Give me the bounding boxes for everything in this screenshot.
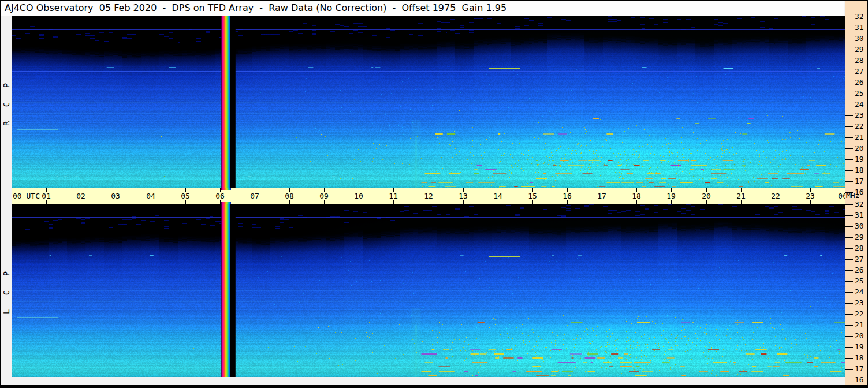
freq-tick-label: 19 <box>855 155 867 163</box>
hour-tick <box>567 200 568 204</box>
freq-tick-label: 20 <box>855 332 867 340</box>
freq-tick <box>845 325 853 326</box>
freq-tick <box>845 115 853 116</box>
freq-tick <box>845 336 853 337</box>
hour-tick <box>116 200 116 204</box>
freq-tick <box>845 28 853 28</box>
freq-tick <box>845 192 853 193</box>
freq-tick <box>845 126 853 127</box>
freq-tick <box>845 347 853 348</box>
freq-tick-label: 29 <box>855 46 867 54</box>
rcp-polarization-label: R C P <box>2 79 11 126</box>
freq-tick-label: 31 <box>855 24 867 32</box>
dps-screenshot: AJ4CO Observatory 05 Feb 2020 - DPS on T… <box>0 0 868 388</box>
freq-tick-label: 32 <box>855 13 867 21</box>
hour-label: 03 <box>107 192 124 200</box>
hour-label: 20 <box>698 192 715 200</box>
freq-tick <box>845 303 853 304</box>
hour-label: 21 <box>732 192 750 200</box>
hour-label: 19 <box>662 192 680 200</box>
freq-tick <box>845 215 853 216</box>
calibration-bleed-bottom <box>221 202 231 204</box>
freq-tick-label: 17 <box>855 365 867 373</box>
hour-tick <box>255 200 255 204</box>
freq-tick-label: 28 <box>855 244 867 252</box>
hour-tick <box>12 200 12 204</box>
freq-tick <box>845 105 853 105</box>
hour-label: 17 <box>593 192 610 200</box>
freq-tick-label: 21 <box>855 133 867 141</box>
freq-tick-label: 23 <box>855 111 867 120</box>
freq-tick-label: 24 <box>855 100 867 109</box>
hour-label: 08 <box>281 192 298 200</box>
freq-tick <box>845 281 853 282</box>
freq-tick-label: 25 <box>855 89 867 98</box>
hour-tick <box>393 200 394 204</box>
hour-label: 10 <box>350 192 367 200</box>
freq-tick <box>845 148 853 149</box>
freq-tick <box>845 204 853 205</box>
hour-label: 01 <box>38 192 55 200</box>
hour-tick <box>359 200 359 204</box>
freq-tick-label: 21 <box>855 321 867 329</box>
freq-tick <box>845 369 853 370</box>
hour-tick <box>46 200 47 204</box>
bottom-border <box>1 385 868 387</box>
lcp-axis: L C P <box>1 204 12 377</box>
freq-tick <box>845 292 853 293</box>
hour-tick <box>776 200 776 204</box>
hour-label: 02 <box>72 192 90 200</box>
rcp-axis: R C P <box>1 16 12 188</box>
hour-label: 05 <box>177 192 194 200</box>
freq-tick <box>845 270 853 271</box>
hour-label: 11 <box>385 192 402 200</box>
freq-tick-label: 32 <box>855 200 867 208</box>
hour-tick <box>185 200 186 204</box>
freq-tick-label: 18 <box>855 354 867 362</box>
freq-tick-label: 22 <box>855 310 867 318</box>
freq-tick <box>845 237 853 238</box>
freq-tick-label: 25 <box>855 277 867 285</box>
hour-label: 07 <box>246 192 263 200</box>
hour-tick <box>324 200 325 204</box>
freq-tick <box>845 39 853 39</box>
freq-tick <box>845 314 853 315</box>
freq-tick-label: 30 <box>855 222 867 230</box>
freq-tick <box>845 94 853 94</box>
hour-tick <box>810 200 811 204</box>
hour-tick <box>289 200 290 204</box>
freq-tick <box>845 226 853 227</box>
hour-tick <box>602 200 602 204</box>
hour-tick <box>429 200 429 204</box>
freq-tick-label: 22 <box>855 122 867 130</box>
hour-label: 09 <box>315 192 333 200</box>
hour-tick <box>636 200 637 204</box>
freq-tick-label: 16 <box>855 188 867 196</box>
freq-tick-label: 26 <box>855 79 867 87</box>
freq-tick-label: 19 <box>855 343 867 351</box>
hour-label: 13 <box>455 192 472 200</box>
hour-label: 16 <box>558 192 576 200</box>
hour-tick <box>463 200 464 204</box>
freq-tick <box>845 137 853 138</box>
hour-tick <box>498 200 498 204</box>
freq-tick-label: 17 <box>855 177 867 185</box>
freq-tick-label: 27 <box>855 68 867 76</box>
freq-tick <box>845 72 853 72</box>
hour-label: 12 <box>420 192 437 200</box>
freq-tick <box>845 50 853 50</box>
freq-tick-label: 18 <box>855 166 867 174</box>
frequency-axis-strip: MHz 323130292827262524232221201918171632… <box>845 1 868 388</box>
freq-tick <box>845 17 853 17</box>
hour-tick <box>671 200 672 204</box>
hour-tick <box>12 188 12 192</box>
hour-tick <box>81 200 81 204</box>
freq-tick-label: 30 <box>855 35 867 43</box>
calibration-bleed-top <box>221 188 231 190</box>
freq-tick <box>845 159 853 160</box>
hour-tick <box>532 200 533 204</box>
freq-tick-label: 29 <box>855 233 867 241</box>
freq-tick-label: 28 <box>855 57 867 65</box>
time-axis: 00 UTC0102030405060708091011121314151617… <box>12 188 845 204</box>
hour-label: 06 <box>211 192 229 200</box>
